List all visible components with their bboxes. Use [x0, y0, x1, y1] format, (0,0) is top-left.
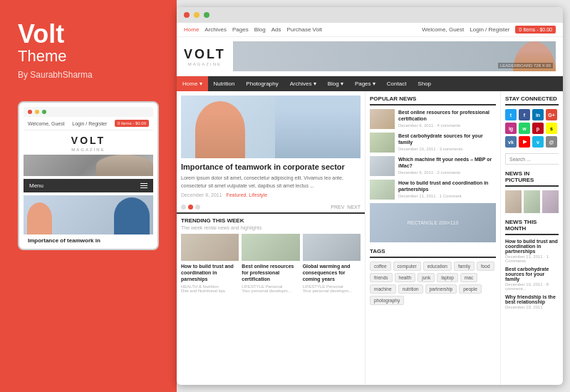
header-banner: LEADERBOARD 728 X 90 — [233, 41, 556, 71]
popular-meta-2: December 10, 2011 · 3 comments — [398, 147, 496, 151]
dot-2[interactable] — [188, 205, 193, 210]
news-pic-3 — [542, 190, 559, 213]
email-icon[interactable]: @ — [546, 136, 557, 148]
tag-family[interactable]: family — [454, 262, 475, 271]
trending-grid: How to build trust and coordination in p… — [181, 234, 361, 292]
snapchat-icon[interactable]: s — [546, 123, 557, 134]
twitter-icon[interactable]: t — [505, 109, 517, 120]
tag-nutrition[interactable]: nutrition — [398, 284, 423, 294]
popular-thumb-2 — [370, 133, 395, 153]
dot-3[interactable] — [195, 205, 200, 210]
ntm-meta-1: December 11, 2011 · 1 Comments — [505, 254, 559, 263]
trending-catsub-1: Diet and Nutritional tips — [181, 289, 239, 293]
topbar-home[interactable]: Home — [184, 26, 199, 33]
topbar-welcome: Welcome, Guest — [422, 26, 464, 33]
googleplus-icon[interactable]: G+ — [546, 109, 557, 120]
site-topbar: Home Archives Pages Blog Ads Purchase Vo… — [177, 23, 563, 37]
linkedin-icon[interactable]: in — [532, 109, 544, 120]
nav-blog[interactable]: Blog ▾ — [322, 76, 349, 91]
tag-mac[interactable]: mac — [460, 273, 477, 282]
prev-button[interactable]: PREV — [331, 205, 344, 210]
pinterest-icon[interactable]: p — [532, 123, 544, 134]
nav-pages[interactable]: Pages ▾ — [349, 76, 381, 91]
tag-people[interactable]: people — [459, 284, 482, 294]
dot-green — [42, 110, 46, 114]
tag-education[interactable]: education — [423, 262, 452, 271]
browser-dot-yellow[interactable] — [194, 12, 200, 18]
popular-title-4[interactable]: How to build trust and coordination in p… — [398, 180, 496, 192]
popular-item-1: Best online resources for professional c… — [370, 109, 496, 129]
popular-title-1[interactable]: Best online resources for professional c… — [398, 109, 496, 122]
trending-title-2[interactable]: Best online resources for professional c… — [242, 263, 299, 282]
featured-cat2[interactable]: Lifestyle — [249, 192, 267, 197]
tag-friends[interactable]: friends — [370, 273, 393, 282]
mobile-login[interactable]: Login / Register — [72, 121, 107, 126]
nav-contact[interactable]: Contact — [381, 76, 413, 91]
next-button[interactable]: NEXT — [347, 205, 361, 210]
ntm-title-2[interactable]: Best carbohydrate sources for your famil… — [505, 267, 559, 282]
topbar-pages[interactable]: Pages — [232, 26, 249, 33]
mobile-preview: Welcome, Guest Login / Register 0 Items … — [18, 101, 159, 250]
nav-photography[interactable]: Photography — [240, 76, 284, 91]
ntm-item-3: Why friendship is the best relationship … — [505, 294, 559, 309]
mobile-cart[interactable]: 0 Items - $0.00 — [115, 120, 149, 127]
dot-yellow — [35, 110, 39, 114]
topbar-ads[interactable]: Ads — [271, 26, 281, 33]
tag-coffee[interactable]: coffee — [370, 262, 391, 271]
news-pictures-grid — [505, 190, 559, 213]
tag-machine[interactable]: machine — [370, 284, 396, 294]
tag-food[interactable]: food — [477, 262, 494, 271]
browser-chrome — [177, 7, 563, 23]
tag-partnership[interactable]: partnership — [425, 284, 457, 294]
trending-title-1[interactable]: How to build trust and coordination in p… — [181, 263, 239, 282]
browser-window: Home Archives Pages Blog Ads Purchase Vo… — [177, 7, 563, 385]
trending-title-3[interactable]: Global warming and consequences for comi… — [303, 263, 361, 282]
popular-section-title: POPULAR NEWS — [370, 96, 496, 105]
instagram-icon[interactable]: ig — [505, 123, 517, 134]
rectangle-ad: RECTANGLE 200×110 — [370, 203, 496, 242]
news-in-pictures-title: NEWS IN PICTURES — [505, 170, 559, 187]
stay-connected-title: STAY CONNECTED — [505, 96, 559, 105]
nav-home[interactable]: Home ▾ — [177, 76, 208, 91]
hamburger-icon[interactable] — [140, 183, 147, 188]
tag-junk[interactable]: junk — [418, 273, 435, 282]
right-sidebar: STAY CONNECTED t f in G+ ig w p s vk ▶ v… — [501, 91, 563, 385]
tag-laptop[interactable]: laptop — [437, 273, 458, 282]
topbar-cart[interactable]: 0 Items - $0.00 — [515, 26, 556, 33]
nav-nutrition[interactable]: Nutrition — [208, 76, 241, 91]
popular-info-3: Which machine fit your needs – MBP or iM… — [398, 156, 496, 175]
vimeo-icon[interactable]: v — [532, 136, 544, 148]
trending-thumb-3 — [303, 234, 361, 261]
search-input[interactable] — [506, 154, 563, 164]
ntm-title-3[interactable]: Why friendship is the best relationship — [505, 294, 559, 304]
featured-cat1[interactable]: Featured — [226, 192, 246, 197]
ntm-title-1[interactable]: How to build trust and coordination in p… — [505, 239, 559, 254]
nav-archives[interactable]: Archives ▾ — [284, 76, 322, 91]
tag-computer[interactable]: computer — [393, 262, 421, 271]
social-icons: t f in G+ ig w p s vk ▶ v @ — [505, 109, 559, 148]
browser-dot-green[interactable] — [204, 12, 209, 18]
popular-title-3[interactable]: Which machine fit your needs – MBP or iM… — [398, 156, 496, 169]
popular-item-4: How to build trust and coordination in p… — [370, 180, 496, 200]
popular-title-2[interactable]: Best carbohydrate sources for your famil… — [398, 133, 496, 145]
mobile-nav-bar: Welcome, Guest Login / Register 0 Items … — [24, 117, 153, 130]
dot-1[interactable] — [181, 205, 186, 210]
popular-thumb-3 — [370, 156, 395, 176]
nav-shop[interactable]: Shop — [412, 76, 437, 91]
mobile-menu-bar[interactable]: Menu — [24, 179, 153, 192]
youtube-icon[interactable]: ▶ — [519, 136, 530, 148]
vk-icon[interactable]: vk — [505, 136, 517, 148]
topbar-purchase[interactable]: Purchase Volt — [287, 26, 322, 33]
topbar-login[interactable]: Login / Register — [470, 26, 509, 33]
tag-health[interactable]: health — [395, 273, 416, 282]
tag-photography[interactable]: photography — [370, 296, 404, 305]
browser-body: Home Archives Pages Blog Ads Purchase Vo… — [177, 23, 563, 385]
whatsapp-icon[interactable]: w — [519, 123, 530, 134]
topbar-archives[interactable]: Archives — [204, 26, 227, 33]
trending-subtitle: The week rental news and highlights — [181, 225, 361, 230]
facebook-icon[interactable]: f — [519, 109, 530, 120]
mobile-banner-image — [24, 155, 153, 176]
browser-dot-red[interactable] — [184, 12, 190, 18]
featured-date: December 8, 2011 — [181, 192, 222, 197]
topbar-blog[interactable]: Blog — [254, 26, 266, 33]
